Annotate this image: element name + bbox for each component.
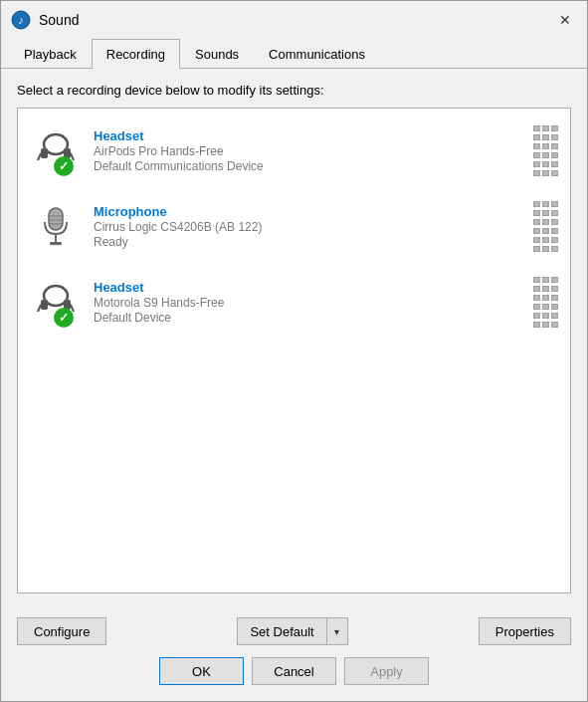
ok-button[interactable]: OK bbox=[159, 657, 244, 685]
action-buttons: Configure Set Default ▾ Properties bbox=[1, 607, 587, 645]
device-icon-wrapper-1: ✓ bbox=[30, 124, 82, 176]
set-default-group: Set Default ▾ bbox=[237, 617, 347, 645]
tab-sounds[interactable]: Sounds bbox=[180, 39, 254, 69]
svg-rect-14 bbox=[41, 300, 48, 310]
device-badge-1: ✓ bbox=[54, 156, 74, 176]
svg-rect-8 bbox=[55, 234, 57, 243]
properties-button[interactable]: Properties bbox=[479, 617, 571, 645]
device-info-3: Headset Motorola S9 Hands-Free Default D… bbox=[94, 280, 533, 325]
content-area: Select a recording device below to modif… bbox=[1, 69, 587, 607]
level-bars-1 bbox=[533, 125, 558, 176]
tab-communications[interactable]: Communications bbox=[254, 39, 380, 69]
device-subtext1-2: Cirrus Logic CS4206B (AB 122) bbox=[94, 220, 533, 234]
set-default-dropdown[interactable]: ▾ bbox=[326, 617, 348, 645]
tab-playback[interactable]: Playback bbox=[9, 39, 92, 69]
device-subtext1-3: Motorola S9 Hands-Free bbox=[94, 296, 533, 310]
level-bars-2 bbox=[533, 201, 558, 252]
sound-icon: ♪ bbox=[11, 10, 31, 30]
device-subtext2-3: Default Device bbox=[94, 311, 533, 325]
device-info-2: Microphone Cirrus Logic CS4206B (AB 122)… bbox=[94, 204, 533, 249]
footer-buttons: OK Cancel Apply bbox=[1, 645, 587, 701]
level-bars-3 bbox=[533, 277, 558, 328]
device-info-1: Headset AirPods Pro Hands-Free Default C… bbox=[94, 128, 533, 173]
set-default-button[interactable]: Set Default bbox=[237, 617, 325, 645]
apply-button[interactable]: Apply bbox=[344, 657, 429, 685]
svg-text:♪: ♪ bbox=[18, 14, 24, 26]
sound-dialog: ♪ Sound ✕ Playback Recording Sounds Comm… bbox=[0, 0, 588, 702]
device-item-headset-airpods[interactable]: ✓ Headset AirPods Pro Hands-Free Default… bbox=[18, 113, 570, 188]
device-icon-wrapper-3: ✓ bbox=[30, 276, 82, 328]
device-list: ✓ Headset AirPods Pro Hands-Free Default… bbox=[17, 108, 571, 593]
configure-button[interactable]: Configure bbox=[17, 617, 106, 645]
svg-rect-9 bbox=[49, 208, 63, 230]
svg-rect-3 bbox=[41, 148, 48, 158]
device-name-1: Headset bbox=[94, 128, 533, 143]
cancel-button[interactable]: Cancel bbox=[252, 657, 336, 685]
svg-line-16 bbox=[38, 305, 41, 312]
device-name-2: Microphone bbox=[94, 204, 533, 219]
microphone-icon bbox=[36, 204, 76, 248]
close-button[interactable]: ✕ bbox=[553, 8, 577, 32]
svg-line-5 bbox=[38, 153, 41, 160]
device-item-headset-motorola[interactable]: ✓ Headset Motorola S9 Hands-Free Default… bbox=[18, 264, 570, 340]
device-subtext1-1: AirPods Pro Hands-Free bbox=[94, 144, 533, 158]
title-bar: ♪ Sound ✕ bbox=[1, 1, 587, 39]
device-item-microphone[interactable]: Microphone Cirrus Logic CS4206B (AB 122)… bbox=[18, 188, 570, 264]
device-badge-3: ✓ bbox=[54, 308, 74, 328]
device-subtext2-2: Ready bbox=[94, 235, 533, 249]
device-name-3: Headset bbox=[94, 280, 533, 295]
instruction-text: Select a recording device below to modif… bbox=[17, 83, 571, 98]
window-title: Sound bbox=[39, 12, 553, 28]
device-subtext2-1: Default Communications Device bbox=[94, 159, 533, 173]
device-icon-wrapper-2 bbox=[30, 200, 82, 252]
tab-bar: Playback Recording Sounds Communications bbox=[1, 39, 587, 69]
tab-recording[interactable]: Recording bbox=[92, 39, 180, 69]
